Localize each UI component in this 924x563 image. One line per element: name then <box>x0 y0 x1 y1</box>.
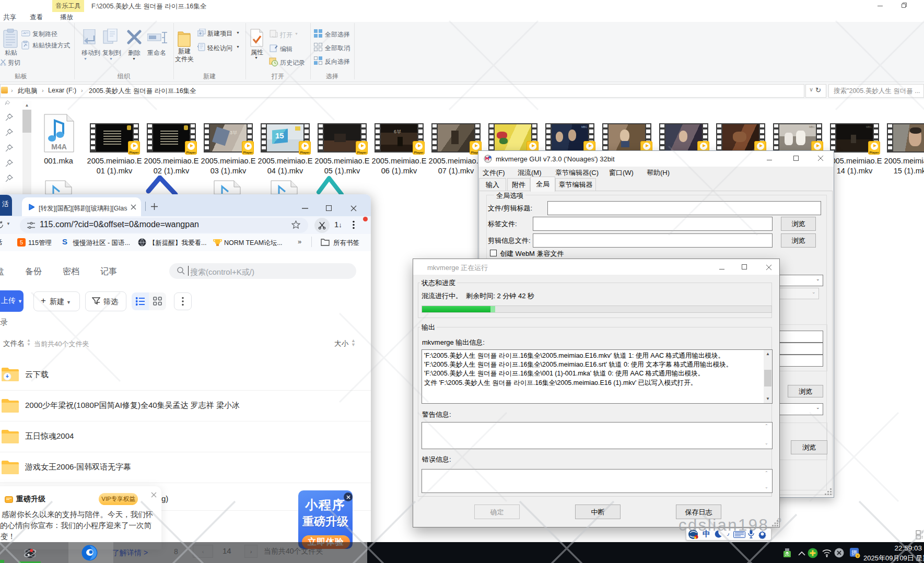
svg-text:cdslian198: cdslian198 <box>679 516 769 534</box>
svg-text:o: o <box>777 515 781 524</box>
